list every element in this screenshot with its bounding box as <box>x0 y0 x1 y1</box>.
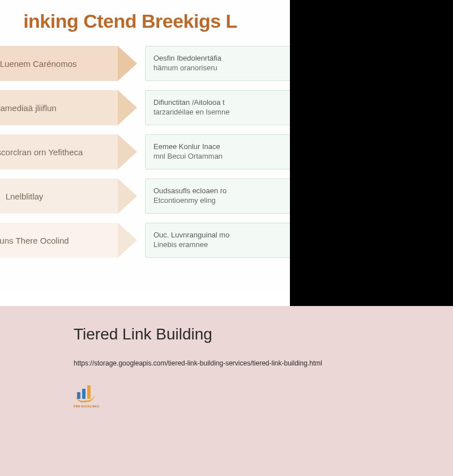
arrow-label: odiiar I Luenem Carénomos <box>0 46 118 81</box>
description-line: Etcontioenmy eling <box>153 196 290 206</box>
description-line: mnl Becui Ortamman <box>153 152 290 162</box>
description-box: Eemee Konlur Inace mnl Becui Ortamman <box>145 134 290 169</box>
swoosh-icon <box>75 393 95 403</box>
description-box: Oesfin Ibedolenrtáfia hämum oranoriseru <box>145 46 290 81</box>
arrow-label: ansc Cuscorclran orn Yefitheca <box>0 134 118 169</box>
diagram-row: odiiar I Luenem Carénomos Oesfin Ibedole… <box>0 46 290 81</box>
description-line: tarzaridéilae en lsemne <box>153 108 290 117</box>
diagram-row: Lnelblitlay Oudsasufls ecloaen ro Etcont… <box>0 178 290 214</box>
arrow-icon: odiiar I Luenem Carénomos <box>0 46 137 81</box>
description-line: hämum oranoriseru <box>153 63 290 73</box>
diagram-title: inking Ctend Breekigs L <box>0 0 290 46</box>
diagram-row: lisamediaä jliiflun Difiunctitan /Aitolo… <box>0 90 290 125</box>
arrow-icon: Cosguns There Ocolind <box>0 223 137 258</box>
description-line: Eemee Konlur Inace <box>153 142 290 152</box>
description-line: Linebis eramnee <box>153 240 290 250</box>
description-line: Oesfin Ibedolenrtáfia <box>153 54 290 63</box>
diagram-row: ansc Cuscorclran orn Yefitheca Eemee Kon… <box>0 134 290 169</box>
description-box: Ouc. Luvnranguinal mo Linebis eramnee <box>145 223 290 258</box>
pbn-backlinks-logo: PBN BACKLINKS <box>74 383 99 408</box>
diagram-row: Cosguns There Ocolind Ouc. Luvnranguinal… <box>0 223 290 258</box>
description-box: Oudsasufls ecloaen ro Etcontioenmy eling <box>145 178 290 214</box>
diagram-image: inking Ctend Breekigs L odiiar I Luenem … <box>0 0 290 290</box>
logo-text: PBN BACKLINKS <box>74 405 99 408</box>
arrow-label: lisamediaä jliiflun <box>0 90 118 125</box>
page-title: Tiered Link Building <box>74 325 379 343</box>
arrow-icon: lisamediaä jliiflun <box>0 90 137 125</box>
black-sidebar <box>290 0 453 306</box>
diagram-rows: odiiar I Luenem Carénomos Oesfin Ibedole… <box>0 46 290 258</box>
description-line: Oudsasufls ecloaen ro <box>153 186 290 196</box>
page-url-text: https://storage.googleapis.com/tiered-li… <box>74 359 379 367</box>
arrow-label: Lnelblitlay <box>0 178 118 214</box>
description-box: Difiunctitan /Aitolooa t tarzaridéilae e… <box>145 90 290 125</box>
arrow-icon: Lnelblitlay <box>0 178 137 214</box>
content-region: Tiered Link Building https://storage.goo… <box>0 306 453 476</box>
top-region: inking Ctend Breekigs L odiiar I Luenem … <box>0 0 453 306</box>
arrow-label: Cosguns There Ocolind <box>0 223 118 258</box>
arrow-icon: ansc Cuscorclran orn Yefitheca <box>0 134 137 169</box>
description-line: Difiunctitan /Aitolooa t <box>153 98 290 108</box>
description-line: Ouc. Luvnranguinal mo <box>153 231 290 240</box>
